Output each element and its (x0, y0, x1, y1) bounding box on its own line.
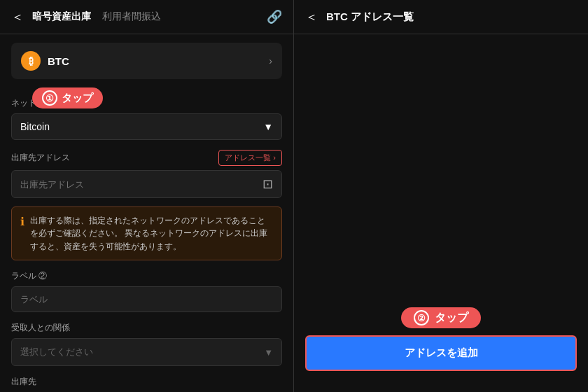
btc-row-left: ₿ BTC (21, 51, 69, 71)
warning-text: 出庫する際は、指定されたネットワークのアドレスであることを必ずご確認ください。 … (30, 214, 273, 253)
annotation2-label: タップ (435, 311, 468, 326)
network-select[interactable]: Bitcoin ▼ (11, 113, 282, 140)
form-section: ネットワーク Bitcoin ▼ 出庫先アドレス アドレス一覧 › ⊡ ℹ 出庫… (0, 88, 293, 392)
address-input[interactable] (12, 172, 254, 197)
btc-label: BTC (48, 55, 69, 67)
back-button-right[interactable]: ＜ (305, 8, 318, 25)
annotation2-container: ② タップ アドレスを追加 (305, 307, 577, 371)
btc-chevron-icon: › (269, 55, 272, 66)
annotation2-bubble: ② タップ (401, 307, 481, 328)
link-icon: 🔗 (267, 9, 282, 24)
annotation1-label: タップ (62, 92, 93, 105)
destination-label: 出庫先 (11, 376, 282, 388)
address-label: 出庫先アドレス (11, 152, 70, 164)
annotation2-circle: ② (414, 310, 429, 326)
scan-icon[interactable]: ⊡ (254, 171, 281, 197)
address-list-button[interactable]: アドレス一覧 › (218, 150, 282, 166)
header-tabs: 暗号資産出庫 利用者間振込 (32, 10, 161, 23)
annotation1-circle: ① (42, 90, 57, 106)
btc-icon: ₿ (21, 51, 41, 71)
tab-withdraw[interactable]: 暗号資産出庫 (32, 10, 91, 23)
right-title: BTC アドレス一覧 (326, 10, 414, 24)
address-input-row: ⊡ (11, 170, 282, 198)
right-header: ＜ BTC アドレス一覧 (294, 0, 588, 34)
left-panel: ＜ 暗号資産出庫 利用者間振込 🔗 ₿ BTC › ① タップ ネットワーク B… (0, 0, 294, 392)
recipient-select[interactable]: 選択してください ▼ (11, 338, 282, 366)
annotation1-bubble: ① タップ (32, 88, 103, 108)
btc-row[interactable]: ₿ BTC › (11, 43, 282, 79)
warning-icon: ℹ (20, 215, 24, 228)
network-chevron-icon: ▼ (263, 121, 273, 132)
right-panel: ＜ BTC アドレス一覧 ② タップ アドレスを追加 (294, 0, 588, 392)
warning-box: ℹ 出庫する際は、指定されたネットワークのアドレスであることを必ずご確認ください… (11, 206, 282, 260)
recipient-label: 受取人との関係 (11, 322, 282, 334)
label-input[interactable] (11, 286, 282, 312)
recipient-placeholder: 選択してください (20, 346, 93, 358)
left-header: ＜ 暗号資産出庫 利用者間振込 🔗 (0, 0, 293, 34)
address-row-header: 出庫先アドレス アドレス一覧 › (11, 150, 282, 166)
right-content: ② タップ アドレスを追加 (294, 34, 588, 392)
tab-transfer[interactable]: 利用者間振込 (102, 10, 161, 23)
recipient-chevron-icon: ▼ (264, 347, 273, 358)
label-field-label: ラベル ② (11, 270, 282, 282)
back-button-left[interactable]: ＜ (11, 8, 24, 25)
add-address-button[interactable]: アドレスを追加 (305, 335, 577, 371)
network-value: Bitcoin (20, 121, 50, 132)
